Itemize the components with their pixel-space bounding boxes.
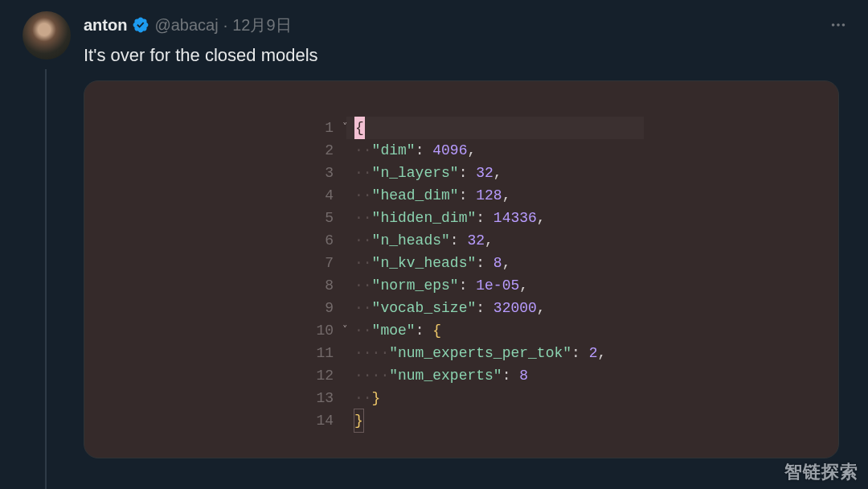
code-token: { <box>354 117 365 139</box>
line-number: 7 <box>309 252 334 274</box>
tweet-date[interactable]: 12月9日 <box>232 17 291 33</box>
indent-guide: ·· <box>354 364 372 387</box>
indent-guide: ·· <box>354 342 372 364</box>
code-token: , <box>502 184 511 207</box>
fold-chevron-icon[interactable]: ˅ <box>338 319 351 342</box>
svg-point-0 <box>832 23 835 27</box>
indent-guide: ·· <box>354 274 372 297</box>
code-token: "n_kv_heads" <box>372 252 477 274</box>
code-token: : <box>459 162 477 184</box>
separator-dot: · <box>223 17 228 33</box>
thread-connector <box>45 69 47 489</box>
code-token: "n_layers" <box>372 162 459 184</box>
line-number: 9 <box>309 297 334 319</box>
code-token: 4096 <box>432 139 467 162</box>
code-line: 7··"n_kv_heads": 8, <box>309 252 606 274</box>
code-line: 5··"hidden_dim": 14336, <box>309 207 606 229</box>
code-token: 1e-05 <box>476 274 519 297</box>
line-number: 6 <box>309 229 334 252</box>
code-token: : <box>450 229 468 252</box>
watermark: 智链探索 <box>784 460 858 484</box>
svg-point-2 <box>842 23 845 27</box>
line-number: 1 <box>309 117 334 139</box>
code-token: "dim" <box>372 139 416 162</box>
code-line: 8··"norm_eps": 1e-05, <box>309 274 606 297</box>
author-handle[interactable]: @abacaj <box>154 17 218 33</box>
line-number: 11 <box>309 342 334 364</box>
code-token: 32 <box>476 162 493 184</box>
indent-guide: ·· <box>354 297 372 319</box>
code-line: 2··"dim": 4096, <box>309 139 606 162</box>
tweet[interactable]: anton @abacaj · 12月9日 It's over for the … <box>0 0 868 458</box>
author-name[interactable]: anton <box>84 17 127 33</box>
line-number: 14 <box>309 409 334 432</box>
code-line: 1˅{ <box>309 117 606 139</box>
code-line: 13··} <box>309 387 606 409</box>
indent-guide: ·· <box>372 364 390 387</box>
code-line: 10˅··"moe": { <box>309 319 606 342</box>
code-token: , <box>493 162 502 184</box>
code-token: , <box>537 207 546 229</box>
line-number: 2 <box>309 139 334 162</box>
indent-guide: ·· <box>354 229 372 252</box>
avatar-column <box>23 11 71 458</box>
fold-chevron-icon[interactable]: ˅ <box>338 117 351 139</box>
line-number: 12 <box>309 364 334 387</box>
code-token: , <box>485 229 493 252</box>
tweet-text: It's over for the closed models <box>84 43 852 68</box>
line-number: 4 <box>309 184 334 207</box>
code-line: 4··"head_dim": 128, <box>309 184 606 207</box>
indent-guide: ·· <box>354 139 372 162</box>
indent-guide: ·· <box>354 252 372 274</box>
indent-guide: ·· <box>372 342 390 364</box>
code-token: { <box>432 319 441 342</box>
code-token: , <box>519 274 528 297</box>
indent-guide: ·· <box>354 387 372 409</box>
code-token: } <box>372 387 381 409</box>
code-token: "moe" <box>372 319 416 342</box>
code-token: : <box>476 297 493 319</box>
line-number: 3 <box>309 162 334 184</box>
code-token: } <box>354 409 363 432</box>
indent-guide: ·· <box>354 319 372 342</box>
code-token: 8 <box>519 364 528 387</box>
code-token: : <box>416 319 433 342</box>
tweet-media[interactable]: 1˅{2··"dim": 4096,3··"n_layers": 32,4··"… <box>84 80 839 458</box>
code-line: 3··"n_layers": 32, <box>309 162 606 184</box>
line-number: 5 <box>309 207 334 229</box>
code-token: "head_dim" <box>372 184 459 207</box>
code-token: "hidden_dim" <box>372 207 477 229</box>
indent-guide: ·· <box>354 162 372 184</box>
more-button[interactable] <box>825 11 852 39</box>
line-number: 10 <box>309 319 334 342</box>
tweet-header: anton @abacaj · 12月9日 <box>84 11 852 39</box>
code-token: : <box>476 207 493 229</box>
code-token: : <box>476 252 493 274</box>
indent-guide: ·· <box>354 207 372 229</box>
code-line: 11····"num_experts_per_tok": 2, <box>309 342 606 364</box>
code-token: , <box>537 297 546 319</box>
code-line: 6··"n_heads": 32, <box>309 229 606 252</box>
svg-point-1 <box>837 23 840 27</box>
code-token: : <box>416 139 433 162</box>
code-token: 32000 <box>493 297 537 319</box>
tweet-main: anton @abacaj · 12月9日 It's over for the … <box>84 11 852 458</box>
code-token: : <box>459 274 477 297</box>
code-token: : <box>571 342 589 364</box>
line-number: 8 <box>309 274 334 297</box>
code-token: , <box>502 252 511 274</box>
code-line: 14} <box>309 409 606 432</box>
code-token: "num_experts_per_tok" <box>389 342 571 364</box>
code-token: "norm_eps" <box>372 274 459 297</box>
code-token: 14336 <box>493 207 537 229</box>
code-token: "n_heads" <box>372 229 450 252</box>
avatar[interactable] <box>23 11 71 60</box>
code-line: 9··"vocab_size": 32000, <box>309 297 606 319</box>
indent-guide: ·· <box>354 184 372 207</box>
code-token: 128 <box>476 184 502 207</box>
code-token: : <box>459 184 477 207</box>
code-token: , <box>597 342 606 364</box>
code-token: , <box>467 139 476 162</box>
code-token: "num_experts" <box>389 364 502 387</box>
code-token: 8 <box>493 252 502 274</box>
